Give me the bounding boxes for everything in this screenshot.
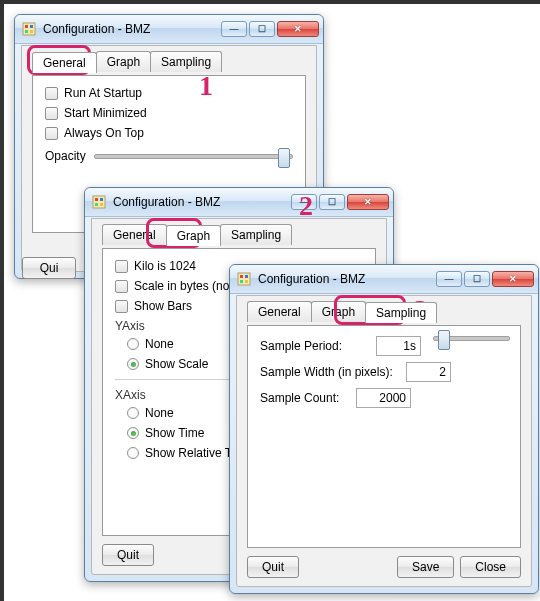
radio-yaxis-none[interactable]: [127, 338, 139, 350]
close-button[interactable]: ✕: [492, 271, 534, 287]
maximize-button[interactable]: ☐: [319, 194, 345, 210]
label-kilo: Kilo is 1024: [134, 259, 196, 273]
svg-rect-9: [100, 203, 103, 206]
tabstrip: General Graph Sampling: [22, 46, 316, 72]
label-yaxis-none: None: [145, 337, 174, 351]
tab-graph[interactable]: Graph: [96, 51, 151, 72]
close-button[interactable]: ✕: [277, 21, 319, 37]
titlebar[interactable]: Configuration - BMZ — ☐ ✕: [230, 265, 538, 294]
row-run-at-startup: Run At Startup: [45, 86, 293, 100]
row-sample-period: Sample Period: 1s: [260, 336, 508, 356]
tab-general[interactable]: General: [102, 224, 167, 245]
radio-xaxis-show-rel[interactable]: [127, 447, 139, 459]
tab-sampling[interactable]: Sampling: [150, 51, 222, 72]
svg-rect-4: [30, 30, 33, 33]
label-yaxis-show-scale: Show Scale: [145, 357, 208, 371]
titlebar[interactable]: Configuration - BMZ — ☐ ✕: [15, 15, 323, 44]
svg-rect-5: [93, 196, 105, 208]
label-always-on-top: Always On Top: [64, 126, 144, 140]
radio-xaxis-show-time[interactable]: [127, 427, 139, 439]
row-start-minimized: Start Minimized: [45, 106, 293, 120]
row-always-on-top: Always On Top: [45, 126, 293, 140]
maximize-button[interactable]: ☐: [249, 21, 275, 37]
svg-rect-12: [245, 275, 248, 278]
label-start-minimized: Start Minimized: [64, 106, 147, 120]
label-show-bars: Show Bars: [134, 299, 192, 313]
label-run-at-startup: Run At Startup: [64, 86, 142, 100]
svg-rect-13: [240, 280, 243, 283]
quit-button[interactable]: Quit: [102, 544, 154, 566]
checkbox-run-at-startup[interactable]: [45, 87, 58, 100]
label-sample-period: Sample Period:: [260, 339, 370, 353]
svg-rect-1: [25, 25, 28, 28]
label-opacity: Opacity: [45, 149, 86, 163]
tab-general[interactable]: General: [247, 301, 312, 322]
row-sample-width: Sample Width (in pixels): 2: [260, 362, 508, 382]
row-sample-count: Sample Count: 2000: [260, 388, 508, 408]
row-opacity: Opacity: [45, 146, 293, 166]
quit-button[interactable]: Quit: [247, 556, 299, 578]
quit-button-partial[interactable]: Qui: [22, 257, 76, 279]
buttonbar: Quit Save Close: [247, 556, 521, 578]
input-sample-width[interactable]: 2: [406, 362, 451, 382]
label-xaxis-none: None: [145, 406, 174, 420]
minimize-button[interactable]: —: [221, 21, 247, 37]
app-icon: [21, 21, 37, 37]
input-sample-count[interactable]: 2000: [356, 388, 411, 408]
slider-sample-period[interactable]: [433, 336, 508, 356]
svg-rect-7: [100, 198, 103, 201]
app-icon: [91, 194, 107, 210]
svg-rect-0: [23, 23, 35, 35]
tabpane-sampling: Sample Period: 1s Sample Width (in pixel…: [247, 325, 521, 548]
minimize-button[interactable]: —: [291, 194, 317, 210]
checkbox-always-on-top[interactable]: [45, 127, 58, 140]
checkbox-kilo[interactable]: [115, 260, 128, 273]
tab-graph[interactable]: Graph: [166, 225, 221, 246]
svg-rect-3: [25, 30, 28, 33]
tab-general[interactable]: General: [32, 52, 97, 73]
svg-rect-8: [95, 203, 98, 206]
svg-rect-14: [245, 280, 248, 283]
tab-sampling[interactable]: Sampling: [365, 302, 437, 323]
tabstrip: General Graph Sampling: [237, 296, 531, 322]
label-xaxis-show-time: Show Time: [145, 426, 204, 440]
checkbox-show-bars[interactable]: [115, 300, 128, 313]
close-button-action[interactable]: Close: [460, 556, 521, 578]
checkbox-scale-bytes[interactable]: [115, 280, 128, 293]
titlebar[interactable]: Configuration - BMZ — ☐ ✕: [85, 188, 393, 217]
window-title: Configuration - BMZ: [113, 195, 289, 209]
checkbox-start-minimized[interactable]: [45, 107, 58, 120]
svg-rect-6: [95, 198, 98, 201]
window-title: Configuration - BMZ: [258, 272, 434, 286]
radio-yaxis-show-scale[interactable]: [127, 358, 139, 370]
save-button[interactable]: Save: [397, 556, 454, 578]
slider-opacity[interactable]: [94, 146, 293, 166]
tab-graph[interactable]: Graph: [311, 301, 366, 322]
input-sample-period[interactable]: 1s: [376, 336, 421, 356]
radio-xaxis-none[interactable]: [127, 407, 139, 419]
minimize-button[interactable]: —: [436, 271, 462, 287]
app-icon: [236, 271, 252, 287]
maximize-button[interactable]: ☐: [464, 271, 490, 287]
svg-rect-10: [238, 273, 250, 285]
client-area: General Graph Sampling Sample Period: 1s…: [236, 295, 532, 587]
window-title: Configuration - BMZ: [43, 22, 219, 36]
svg-rect-2: [30, 25, 33, 28]
svg-rect-11: [240, 275, 243, 278]
close-button[interactable]: ✕: [347, 194, 389, 210]
tab-sampling[interactable]: Sampling: [220, 224, 292, 245]
label-sample-count: Sample Count:: [260, 391, 350, 405]
window-sampling: Configuration - BMZ — ☐ ✕ General Graph …: [229, 264, 539, 594]
tabstrip: General Graph Sampling: [92, 219, 386, 245]
label-sample-width: Sample Width (in pixels):: [260, 365, 400, 379]
